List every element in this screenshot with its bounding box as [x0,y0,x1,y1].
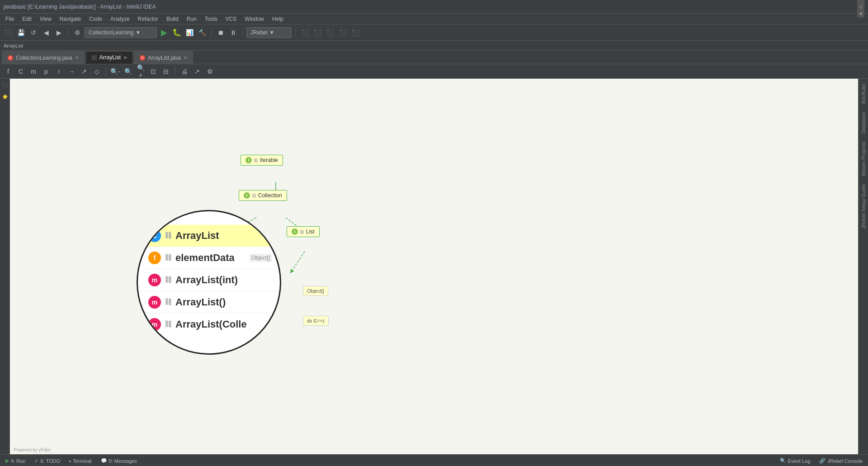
diagram-btn-8[interactable]: ◇ [91,66,102,77]
right-tab-jrebel[interactable]: JRebel Setup Guide [859,181,868,232]
coverage-button[interactable]: 📊 [184,27,195,38]
toolbar-extra-5[interactable]: ⬛ [350,27,361,38]
collection-chain-icon: ⛓ [252,193,256,198]
tab-close-arraylist[interactable]: ✕ [123,55,127,60]
zoom-chain-5: ⛓ [165,320,172,328]
toolbar-btn-1[interactable]: ⬛ [3,27,14,38]
toolbar-extra-1[interactable]: ⬛ [299,27,310,38]
menu-analyze[interactable]: Analyze [107,15,133,23]
close-button[interactable]: ✕ [857,10,864,18]
tab-collection-learning[interactable]: C CollectionLearning.java ✕ [2,51,85,64]
debug-button[interactable]: 🐛 [171,27,182,38]
menu-window[interactable]: Window [241,15,268,23]
maximize-button[interactable]: □ [857,3,864,10]
tab-arraylist-java[interactable]: C ArrayList.java ✕ [134,51,193,64]
diagram-btn-5[interactable]: i [53,66,64,77]
fit-width-button[interactable]: ⊟ [160,66,171,77]
list-chain-icon: ⛓ [300,229,304,234]
terminal-icon: ▪ [69,458,71,464]
jrebel-console-label: JRebel Console [827,458,863,464]
tooltip-colle-text: ds E=>) [307,318,325,323]
bottom-tab-messages[interactable]: 💬 0: Messages [99,457,139,465]
zoom-reset-button[interactable]: 🔍 [123,66,133,77]
menu-view[interactable]: View [36,15,55,23]
bottom-tab-terminal[interactable]: ▪ Terminal [67,457,93,465]
messages-tab-label: 0: Messages [109,458,137,464]
export-button[interactable]: ↗ [192,66,203,77]
zoom-row-arraylist-colle[interactable]: m ⛓ ArrayList(Colle [145,314,276,335]
zoom-circle: C ⛓ ArrayList f ⛓ elementData Object[] m… [137,210,281,355]
title-controls[interactable]: ─ □ ✕ [857,0,864,18]
node-collection[interactable]: I ⛓ Collection [239,190,287,201]
toolbar-btn-4[interactable]: ⚙ [72,27,83,38]
right-tab-maven[interactable]: Maven Projects [859,138,868,180]
node-iterable[interactable]: I ⛓ Iterable [241,155,283,166]
build-btn[interactable]: 🔨 [197,27,208,38]
toolbar-forward[interactable]: ▶ [53,27,64,38]
print-button[interactable]: 🖨 [179,66,190,77]
diagram-btn-2[interactable]: C [15,66,26,77]
diagram-btn-6[interactable]: → [66,66,77,77]
menu-navigate[interactable]: Navigate [56,15,85,23]
menu-edit[interactable]: Edit [19,15,35,23]
menu-file[interactable]: File [2,15,18,23]
toolbar-extra-4[interactable]: ⬛ [337,27,348,38]
run-button[interactable]: ▶ [159,27,170,38]
tab-close-collection[interactable]: ✕ [75,55,79,60]
title-text: javabasic [E:\Learning Java\javabasic] -… [4,4,156,10]
toolbar-sep-2 [211,28,212,37]
menu-help[interactable]: Help [269,15,287,23]
list-label: List [306,228,315,235]
diagram-sep-1 [106,67,106,76]
bottom-tab-run[interactable]: ▶ 4: Run [4,457,27,465]
tab-label-arraylist: ArrayList [99,54,121,61]
zoom-row-elementdata[interactable]: f ⛓ elementData Object[] [145,247,276,269]
menu-refactor[interactable]: Refactor [134,15,162,23]
jrebel-dropdown[interactable]: JRebel ▼ [246,27,292,38]
diagram-toolbar: f C m p i → ↗ ◇ 🔍- 🔍 🔍+ ⊡ ⊟ 🖨 ↗ ⚙ [0,64,868,79]
right-tab-database[interactable]: Database [859,109,868,137]
jrebel-chevron-icon: ▼ [269,29,274,36]
toolbar-back[interactable]: ◀ [41,27,52,38]
zoom-elementdata-label: elementData [175,252,235,264]
menu-build[interactable]: Build [163,15,182,23]
settings-button[interactable]: ⚙ [204,66,215,77]
pause-button[interactable]: ⏸ [228,27,239,38]
left-icon-2[interactable]: ⭐ [1,92,9,100]
diagram-btn-1[interactable]: f [3,66,14,77]
menu-code[interactable]: Code [85,15,106,23]
zoom-in-button[interactable]: 🔍+ [135,66,146,77]
right-tab-ant[interactable]: Ant Build [859,81,868,108]
diagram-btn-4[interactable]: p [41,66,52,77]
toolbar-sep-4 [295,28,296,37]
left-icon-1[interactable]: ⬛ [1,81,9,89]
stop-button[interactable]: ⏹ [215,27,226,38]
menu-run[interactable]: Run [183,15,200,23]
bottom-tab-event-log[interactable]: 🔍 Event Log [778,457,812,465]
toolbar-btn-3[interactable]: ↺ [28,27,39,38]
zoom-arraylist-empty-label: ArrayList() [175,296,226,308]
toolbar-btn-2[interactable]: 💾 [15,27,26,38]
diagram-btn-7[interactable]: ↗ [79,66,90,77]
diagram-btn-3[interactable]: m [28,66,39,77]
run-config-dropdown[interactable]: CollectionLearning ▼ [85,27,157,38]
menu-vcs[interactable]: VCS [222,15,241,23]
node-list[interactable]: I ⛓ List [287,226,320,237]
fit-page-button[interactable]: ⊡ [148,66,159,77]
zoom-row-arraylist-int[interactable]: m ⛓ ArrayList(int) [145,269,276,291]
toolbar-extra-3[interactable]: ⬛ [325,27,335,38]
right-panel: Ant Build Database Maven Projects JRebel… [858,79,868,454]
bottom-bar: ▶ 4: Run ✓ 6: TODO ▪ Terminal 💬 0: Messa… [0,454,868,466]
bottom-tab-jrebel-console[interactable]: 🔗 JRebel Console [817,457,864,465]
zoom-row-arraylist-empty[interactable]: m ⛓ ArrayList() [145,291,276,314]
diagram-area[interactable]: I ⛓ Iterable I ⛓ Collection C ⛓ Abstract… [10,79,858,454]
toolbar-extra-2[interactable]: ⬛ [312,27,323,38]
zoom-row-arraylist[interactable]: C ⛓ ArrayList [145,225,276,247]
tab-close-arraylist-java[interactable]: ✕ [184,55,187,60]
zoom-out-button[interactable]: 🔍- [110,66,121,77]
tab-arraylist[interactable]: ⬛ ArrayList ✕ [85,51,133,64]
bottom-tab-todo[interactable]: ✓ 6: TODO [33,457,62,465]
breadcrumb-text: ArrayList [4,43,23,48]
menu-tools[interactable]: Tools [201,15,221,23]
iterable-label: Iterable [260,157,278,163]
